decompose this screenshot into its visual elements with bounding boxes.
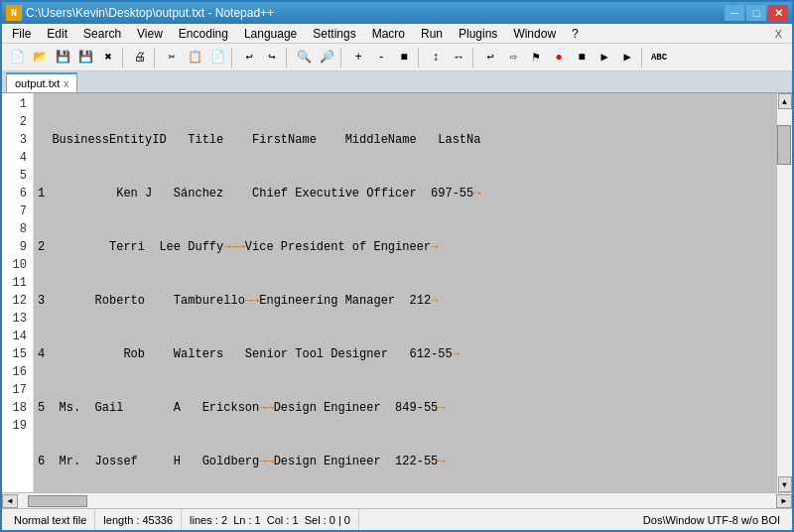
tool-undo[interactable]: ↩	[238, 47, 260, 68]
tool-save-all[interactable]: 💾	[74, 47, 96, 68]
tab-close-icon[interactable]: x	[64, 78, 68, 89]
line-numbers: 1 2 3 4 5 6 7 8 9 10 11 12 13 14 15 16 1…	[2, 93, 34, 492]
toolbar-sep-8	[641, 48, 645, 67]
tool-macro-record[interactable]: ●	[548, 47, 570, 68]
main-window: N C:\Users\Kevin\Desktop\output.txt - No…	[0, 0, 794, 532]
line-num: 10	[6, 256, 27, 274]
tool-run[interactable]: ▶	[616, 47, 638, 68]
editor-wrapper: 1 2 3 4 5 6 7 8 9 10 11 12 13 14 15 16 1…	[2, 93, 792, 508]
tool-bookmark[interactable]: ⚑	[525, 47, 547, 68]
line-num: 13	[6, 310, 27, 328]
tool-paste[interactable]: 📄	[206, 47, 228, 68]
tool-sync-v[interactable]: ↕	[425, 47, 447, 68]
menu-file[interactable]: File	[4, 24, 39, 43]
tool-replace[interactable]: 🔎	[316, 47, 337, 68]
line-num: 2	[6, 113, 27, 131]
tool-open[interactable]: 📂	[29, 47, 51, 68]
scroll-down-arrow[interactable]: ▼	[778, 476, 792, 492]
tool-indent[interactable]: ⇨	[502, 47, 524, 68]
toolbar-sep-6	[418, 48, 422, 67]
line-num: 19	[6, 417, 27, 435]
tool-zoom-restore[interactable]: ■	[393, 47, 415, 68]
maximize-button[interactable]: □	[746, 5, 766, 21]
menu-language[interactable]: Language	[236, 24, 305, 43]
line-num: 4	[6, 149, 27, 167]
menu-encoding[interactable]: Encoding	[171, 24, 236, 43]
code-line-6: 5 Ms. Gail A Erickson→→Design Engineer 8…	[38, 399, 772, 417]
tool-wrap[interactable]: ↩	[479, 47, 501, 68]
tab-label: output.txt	[15, 77, 60, 89]
close-button[interactable]: ✕	[768, 5, 788, 21]
status-file-type: Normal text file	[6, 509, 95, 530]
code-line-1: BusinessEntityID Title FirstName MiddleN…	[38, 131, 772, 149]
code-line-3: 2 Terri Lee Duffy→→→Vice President of En…	[38, 238, 772, 256]
menu-help[interactable]: ?	[564, 24, 587, 43]
scroll-track-h[interactable]	[18, 494, 776, 508]
tool-sync-h[interactable]: ↔	[448, 47, 469, 68]
toolbar-sep-2	[154, 48, 158, 67]
code-line-2: 1 Ken J Sánchez Chief Executive Officer …	[38, 185, 772, 202]
tool-new[interactable]: 📄	[6, 47, 28, 68]
scroll-left-arrow[interactable]: ◀	[2, 494, 18, 508]
window-title: C:\Users\Kevin\Desktop\output.txt - Note…	[26, 6, 274, 20]
status-bar: Normal text file length : 45336 lines : …	[2, 508, 792, 530]
app-icon: N	[6, 5, 22, 21]
toolbar-sep-1	[122, 48, 126, 67]
line-num: 6	[6, 185, 27, 202]
menu-bar: File Edit Search View Encoding Language …	[2, 24, 792, 44]
tool-cut[interactable]: ✂	[161, 47, 183, 68]
scroll-thumb-v[interactable]	[777, 125, 791, 165]
status-encoding: Dos\Window UTF-8 w/o BOI	[635, 509, 788, 530]
line-num: 18	[6, 399, 27, 417]
line-num: 1	[6, 95, 27, 113]
tool-close[interactable]: ✖	[97, 47, 119, 68]
line-num: 15	[6, 345, 27, 363]
menu-search[interactable]: Search	[75, 24, 129, 43]
toolbar-sep-3	[231, 48, 235, 67]
tab-bar: output.txt x	[2, 71, 792, 93]
toolbar-sep-4	[286, 48, 290, 67]
menu-settings[interactable]: Settings	[305, 24, 363, 43]
tool-abc[interactable]: ABC	[648, 47, 670, 68]
scroll-track-v[interactable]	[777, 109, 792, 476]
tool-macro-play[interactable]: ▶	[594, 47, 615, 68]
toolbar-sep-7	[472, 48, 476, 67]
tool-copy[interactable]: 📋	[184, 47, 205, 68]
vertical-scrollbar[interactable]: ▲ ▼	[776, 93, 792, 492]
menu-plugins[interactable]: Plugins	[451, 24, 505, 43]
line-num: 11	[6, 274, 27, 292]
code-line-5: 4 Rob Walters Senior Tool Designer 612-5…	[38, 345, 772, 363]
scroll-up-arrow[interactable]: ▲	[778, 93, 792, 109]
line-num: 16	[6, 363, 27, 381]
line-num: 3	[6, 131, 27, 149]
menu-bar-close[interactable]: X	[767, 26, 790, 42]
tool-zoom-in[interactable]: +	[347, 47, 369, 68]
tool-zoom-out[interactable]: -	[370, 47, 392, 68]
editor-inner: 1 2 3 4 5 6 7 8 9 10 11 12 13 14 15 16 1…	[2, 93, 792, 492]
tool-print[interactable]: 🖨	[129, 47, 151, 68]
tool-redo[interactable]: ↪	[261, 47, 283, 68]
menu-window[interactable]: Window	[505, 24, 564, 43]
minimize-button[interactable]: ─	[725, 5, 744, 21]
line-num: 5	[6, 167, 27, 185]
menu-edit[interactable]: Edit	[39, 24, 75, 43]
menu-run[interactable]: Run	[413, 24, 451, 43]
code-content[interactable]: BusinessEntityID Title FirstName MiddleN…	[34, 93, 776, 492]
tab-output[interactable]: output.txt x	[6, 72, 77, 92]
code-line-4: 3 Roberto Tamburello→→Engineering Manage…	[38, 292, 772, 310]
tool-macro-stop[interactable]: ■	[571, 47, 593, 68]
toolbar-sep-5	[340, 48, 344, 67]
title-bar-left: N C:\Users\Kevin\Desktop\output.txt - No…	[6, 5, 274, 21]
menu-macro[interactable]: Macro	[364, 24, 413, 43]
tool-save[interactable]: 💾	[52, 47, 73, 68]
title-bar: N C:\Users\Kevin\Desktop\output.txt - No…	[2, 2, 792, 24]
menu-view[interactable]: View	[129, 24, 171, 43]
toolbar: 📄 📂 💾 💾 ✖ 🖨 ✂ 📋 📄 ↩ ↪ 🔍 🔎 + - ■ ↕ ↔ ↩ ⇨ …	[2, 44, 792, 71]
scroll-right-arrow[interactable]: ▶	[776, 494, 792, 508]
status-length: length : 45336	[95, 509, 182, 530]
tool-find[interactable]: 🔍	[293, 47, 315, 68]
horizontal-scrollbar[interactable]: ◀ ▶	[2, 492, 792, 508]
status-lines: lines : 2 Ln : 1 Col : 1 Sel : 0 | 0	[182, 509, 359, 530]
scroll-thumb-h[interactable]	[28, 495, 87, 507]
line-num: 12	[6, 292, 27, 310]
